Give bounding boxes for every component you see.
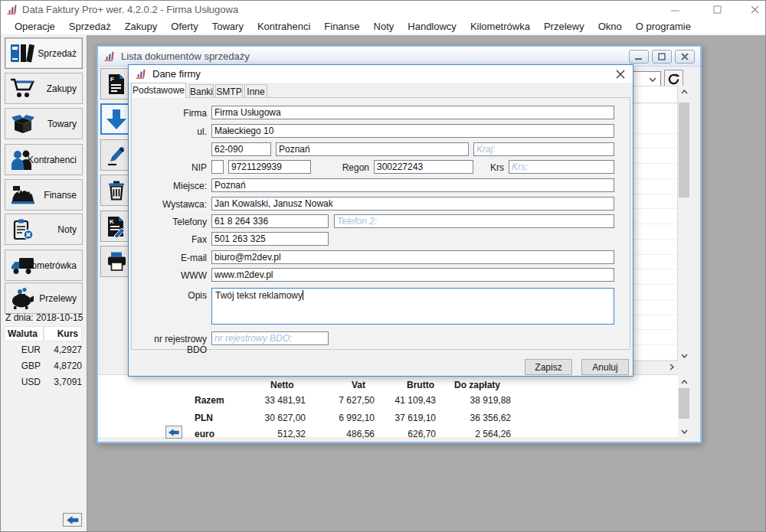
print-button[interactable] [100, 246, 132, 277]
exchange-rates-table: Waluta Kurs EUR4,2927 GBP4,8720 USD3,709… [4, 326, 83, 390]
sidebar-button-finanse[interactable]: Finanse [5, 179, 83, 211]
sidebar-button-kilometrowka[interactable]: Kilometrówka [5, 250, 83, 281]
menu-handlowcy[interactable]: Handlowcy [401, 18, 463, 34]
delete-document-button[interactable] [100, 175, 132, 206]
sidebar-label: Noty [57, 224, 77, 235]
telefon2-field[interactable] [334, 214, 614, 228]
sidebar-button-sprzedaz[interactable]: Sprzedaż [5, 38, 83, 69]
fax-field[interactable] [211, 232, 329, 246]
www-field[interactable] [211, 268, 614, 282]
totals-value: 36 356,62 [434, 413, 511, 423]
scroll-right-icon[interactable] [666, 361, 677, 372]
menu-noty[interactable]: Noty [368, 18, 401, 34]
scrollbar-thumb[interactable] [679, 103, 689, 197]
bdo-field[interactable] [211, 331, 329, 345]
dialog-close-button[interactable] [614, 68, 627, 80]
menu-finanse[interactable]: Finanse [318, 18, 365, 34]
opis-label: Opis [133, 290, 207, 301]
miasto-field[interactable] [276, 142, 469, 156]
email-field[interactable] [211, 250, 614, 264]
scroll-up-icon[interactable] [678, 86, 690, 97]
mdi-restore-button[interactable] [652, 50, 672, 64]
menu-oferty[interactable]: Oferty [165, 18, 204, 34]
sidebar-button-towary[interactable]: Towary [5, 108, 83, 139]
scroll-down-icon[interactable] [678, 426, 690, 437]
maximize-button[interactable] [700, 1, 734, 18]
totals-row-label: PLN [195, 413, 213, 423]
sidebar-button-zakupy[interactable]: Zakupy [5, 73, 83, 104]
miejsce-field[interactable] [211, 178, 614, 192]
minimize-button[interactable] [658, 1, 692, 18]
krs-field[interactable] [509, 160, 614, 174]
menu-kilometrowka[interactable]: Kilometrówka [464, 18, 536, 34]
mdi-minimize-button[interactable] [629, 50, 649, 64]
edit-document-button[interactable] [100, 139, 132, 171]
opis-text: Twój tekst reklamowy [215, 290, 303, 301]
cancel-button[interactable]: Anuluj [581, 359, 629, 375]
dialog-titlebar[interactable]: Dane firmy [129, 65, 633, 83]
close-icon [751, 5, 759, 14]
close-button[interactable] [738, 1, 766, 18]
menu-zakupy[interactable]: Zakupy [119, 18, 164, 34]
app-window: Data Faktury Pro+ wer. 4.2.0.2 - Firma U… [0, 0, 766, 532]
cash-register-icon [9, 183, 37, 207]
nip-checkbox-field[interactable] [211, 160, 224, 174]
back-button[interactable] [63, 513, 82, 527]
tab-banki[interactable]: Banki [189, 84, 214, 98]
window-title: Data Faktury Pro+ wer. 4.2.0.2 - Firma U… [22, 4, 238, 15]
telefon1-field[interactable] [211, 214, 329, 228]
menu-kontrahenci[interactable]: Kontrahenci [251, 18, 316, 34]
currency-rate: 3,7091 [41, 377, 82, 387]
currency-rate: 4,8720 [41, 361, 82, 371]
tab-podstawowe[interactable]: Podstawowe [131, 83, 186, 98]
totals-value: 30 627,00 [229, 413, 306, 423]
trash-icon [105, 179, 128, 202]
minimize-icon [635, 54, 643, 60]
sidebar-button-noty[interactable]: Noty [5, 214, 83, 245]
scroll-up-icon[interactable] [678, 376, 690, 387]
rates-date-value: 2018-10-15 [36, 312, 83, 323]
totals-vertical-scrollbar[interactable] [678, 376, 690, 437]
scrollbar-thumb[interactable] [679, 388, 689, 419]
scroll-down-icon[interactable] [678, 350, 690, 361]
kraj-field[interactable] [473, 142, 614, 156]
kod-pocztowy-field[interactable] [211, 142, 271, 156]
totals-row-label: Razem [195, 395, 224, 406]
email-label: E-mail [133, 253, 207, 263]
menu-sprzedaz[interactable]: Sprzedaż [63, 18, 117, 34]
totals-row-label: euro [195, 429, 214, 439]
totals-value: 41 109,43 [367, 395, 436, 406]
sidebar-button-przelewy[interactable]: Przelewy [5, 282, 83, 314]
save-button[interactable]: Zapisz [525, 359, 572, 375]
totals-value: 6 992,10 [306, 413, 375, 423]
wystawca-field[interactable] [211, 197, 614, 211]
maximize-icon [713, 5, 722, 14]
sidebar-label: Kilometrówka [21, 260, 77, 271]
sidebar-button-kontrahenci[interactable]: Kontrahenci [5, 144, 83, 175]
app-logo-icon [136, 69, 146, 79]
down-arrow-icon [105, 108, 128, 131]
opis-textarea[interactable]: Twój tekst reklamowy [211, 288, 614, 325]
currency-back-button[interactable] [165, 426, 182, 439]
tab-inne[interactable]: Inne [244, 84, 267, 98]
mdi-close-button[interactable] [675, 50, 695, 64]
tab-smtp[interactable]: SMTP [215, 84, 243, 98]
menu-przelewy[interactable]: Przelewy [538, 18, 591, 34]
rates-date-label: Z dnia: [5, 312, 34, 323]
ulica-field[interactable] [211, 124, 614, 138]
new-invoice-button[interactable]: F [100, 68, 132, 100]
currency-code: USD [4, 377, 41, 387]
list-vertical-scrollbar[interactable] [678, 86, 690, 361]
correction-invoice-button[interactable]: K [100, 211, 132, 242]
download-document-button[interactable] [100, 103, 132, 135]
rate-row-gbp: GBP4,8720 [4, 357, 83, 374]
nip-field[interactable] [228, 160, 311, 174]
regon-field[interactable] [374, 160, 473, 174]
menu-operacje[interactable]: Operacje [8, 18, 61, 34]
menu-okno[interactable]: Okno [592, 18, 628, 34]
menu-o-programie[interactable]: O programie [630, 18, 697, 34]
firma-field[interactable] [211, 106, 614, 119]
menu-towary[interactable]: Towary [206, 18, 250, 34]
rate-row-eur: EUR4,2927 [4, 341, 83, 357]
rates-col-currency: Waluta [4, 326, 44, 341]
